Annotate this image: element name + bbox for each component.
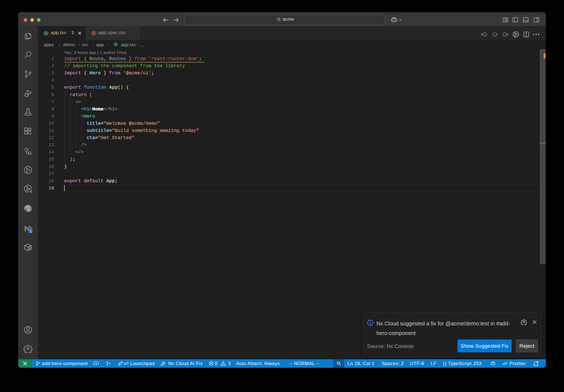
svg-text:1: 1 [30,229,32,233]
